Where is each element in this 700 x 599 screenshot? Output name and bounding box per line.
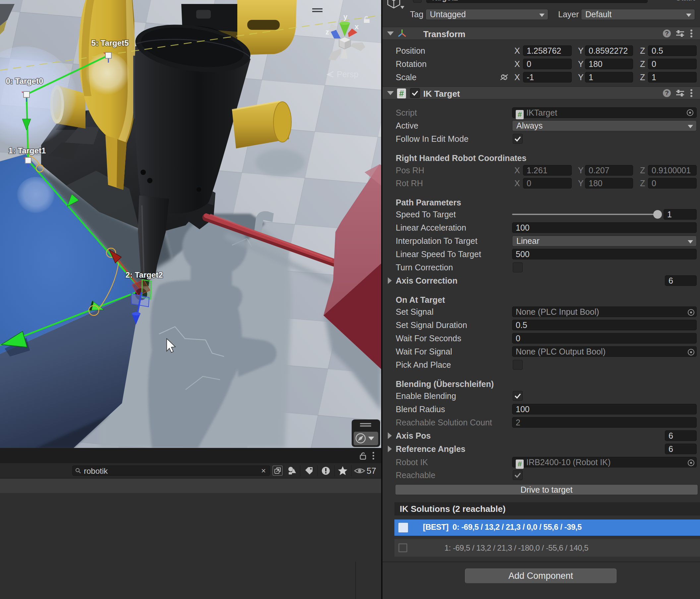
svg-text:z: z bbox=[325, 28, 329, 36]
svg-text:x: x bbox=[355, 23, 359, 31]
svg-text:2: Target2: 2: Target2 bbox=[126, 270, 163, 279]
svg-text:1: Target1: 1: Target1 bbox=[9, 146, 46, 155]
svg-text:Persp: Persp bbox=[337, 70, 358, 79]
svg-text:5: Target5: 5: Target5 bbox=[92, 38, 129, 47]
svg-text:0: Target0: 0: Target0 bbox=[6, 77, 44, 85]
svg-text:y: y bbox=[343, 12, 348, 21]
